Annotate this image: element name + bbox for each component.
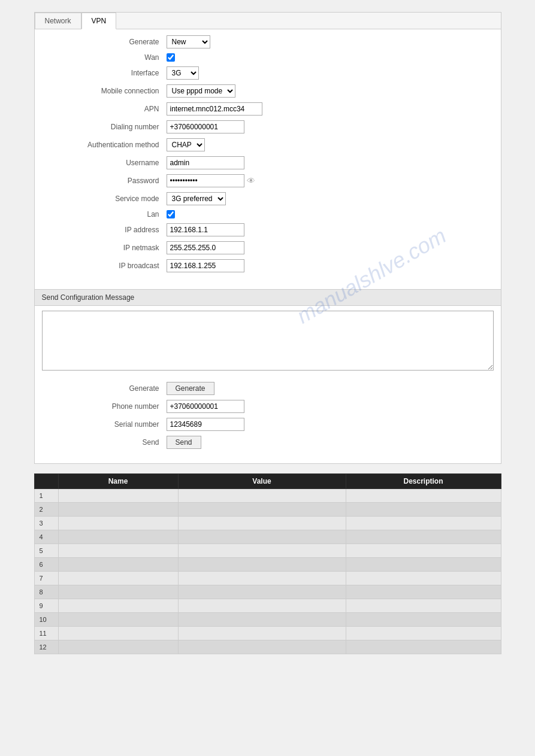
ip-netmask-input[interactable] — [167, 241, 244, 254]
table-header-1: Name — [58, 474, 178, 489]
generate-row: Generate New Existing — [47, 35, 489, 48]
password-control: 👁 — [167, 174, 255, 187]
message-area — [35, 306, 501, 377]
ip-netmask-control — [167, 241, 244, 254]
table-cell-3-0: 4 — [34, 530, 58, 544]
ip-netmask-row: IP netmask — [47, 241, 489, 254]
phone-number-row: Phone number — [47, 400, 489, 413]
table-cell-11-0: 12 — [34, 640, 58, 654]
table-row: 10 — [34, 613, 501, 627]
table-cell-1-3 — [346, 503, 501, 517]
table-cell-8-3 — [346, 599, 501, 613]
send-row: Send Send — [47, 436, 489, 449]
ip-address-control — [167, 223, 244, 236]
auth-method-select[interactable]: CHAP PAP None — [167, 138, 205, 151]
table-row: 12 — [34, 640, 501, 654]
table-cell-7-2 — [178, 585, 346, 599]
table-cell-3-3 — [346, 530, 501, 544]
table-header-2: Value — [178, 474, 346, 489]
ip-broadcast-input[interactable] — [167, 259, 244, 272]
mobile-connection-select[interactable]: Use pppd mode Direct IP — [167, 84, 235, 98]
service-mode-row: Service mode 3G preferred 4G preferred 3… — [47, 192, 489, 205]
username-input[interactable] — [167, 156, 244, 169]
table-cell-11-2 — [178, 640, 346, 654]
table-cell-9-2 — [178, 613, 346, 627]
dialing-number-label: Dialing number — [47, 123, 167, 131]
service-mode-select[interactable]: 3G preferred 4G preferred 3G only 4G onl… — [167, 192, 226, 205]
interface-label: Interface — [47, 69, 167, 77]
lan-checkbox[interactable] — [167, 210, 175, 218]
ip-address-input[interactable] — [167, 223, 244, 236]
data-table: Name Value Description 123456789101112 — [34, 473, 501, 654]
table-cell-10-2 — [178, 627, 346, 640]
dialing-number-row: Dialing number — [47, 120, 489, 133]
table-cell-7-0: 8 — [34, 585, 58, 599]
wan-checkbox[interactable] — [167, 53, 175, 62]
bottom-generate-label: Generate — [47, 384, 167, 393]
bottom-generate-control: Generate — [167, 382, 214, 395]
table-row: 3 — [34, 517, 501, 530]
auth-method-row: Authentication method CHAP PAP None — [47, 138, 489, 151]
table-cell-0-2 — [178, 489, 346, 503]
serial-number-input[interactable] — [167, 418, 244, 431]
interface-row: Interface 3G LTE WiFi — [47, 66, 489, 80]
table-cell-4-3 — [346, 544, 501, 558]
table-row: 6 — [34, 558, 501, 572]
table-cell-11-1 — [58, 640, 178, 654]
send-button[interactable]: Send — [167, 436, 201, 449]
password-row: Password 👁 — [47, 174, 489, 187]
table-cell-9-3 — [346, 613, 501, 627]
table-cell-8-0: 9 — [34, 599, 58, 613]
wan-label: Wan — [47, 53, 167, 62]
tab-vpn[interactable]: VPN — [81, 13, 117, 29]
table-cell-1-0: 2 — [34, 503, 58, 517]
bottom-generate-row: Generate Generate — [47, 382, 489, 395]
config-textarea[interactable] — [42, 311, 494, 371]
table-cell-0-3 — [346, 489, 501, 503]
table-cell-2-3 — [346, 517, 501, 530]
phone-number-label: Phone number — [47, 402, 167, 411]
table-cell-5-2 — [178, 558, 346, 572]
auth-method-label: Authentication method — [47, 141, 167, 149]
table-cell-1-1 — [58, 503, 178, 517]
ip-broadcast-label: IP broadcast — [47, 262, 167, 270]
serial-number-row: Serial number — [47, 418, 489, 431]
table-header-3: Description — [346, 474, 501, 489]
phone-number-input[interactable] — [167, 400, 244, 413]
table-cell-0-1 — [58, 489, 178, 503]
eye-icon[interactable]: 👁 — [247, 176, 255, 186]
table-cell-10-1 — [58, 627, 178, 640]
table-cell-10-3 — [346, 627, 501, 640]
password-input[interactable] — [167, 174, 244, 187]
tab-bar: Network VPN — [35, 13, 501, 29]
table-cell-4-1 — [58, 544, 178, 558]
password-label: Password — [47, 177, 167, 185]
apn-control — [167, 102, 262, 116]
ip-address-label: IP address — [47, 226, 167, 234]
table-row: 11 — [34, 627, 501, 640]
interface-select[interactable]: 3G LTE WiFi — [167, 66, 199, 80]
wan-row: Wan — [47, 53, 489, 62]
mobile-connection-control: Use pppd mode Direct IP — [167, 84, 235, 98]
dialing-number-control — [167, 120, 244, 133]
table-cell-1-2 — [178, 503, 346, 517]
dialing-number-input[interactable] — [167, 120, 244, 133]
apn-row: APN — [47, 102, 489, 116]
table-cell-10-0: 11 — [34, 627, 58, 640]
apn-input[interactable] — [167, 102, 262, 116]
phone-number-control — [167, 400, 244, 413]
send-config-section-header: Send Configuration Message — [35, 289, 501, 306]
tab-network[interactable]: Network — [35, 13, 81, 29]
generate-button[interactable]: Generate — [167, 382, 214, 395]
table-cell-2-2 — [178, 517, 346, 530]
serial-number-label: Serial number — [47, 420, 167, 429]
table-cell-11-3 — [346, 640, 501, 654]
bottom-section: Generate Generate Phone number Serial nu… — [35, 377, 501, 463]
username-row: Username — [47, 156, 489, 169]
table-cell-8-2 — [178, 599, 346, 613]
table-cell-2-0: 3 — [34, 517, 58, 530]
table-cell-7-3 — [346, 585, 501, 599]
service-mode-control: 3G preferred 4G preferred 3G only 4G onl… — [167, 192, 226, 205]
generate-select[interactable]: New Existing — [167, 35, 210, 48]
ip-address-row: IP address — [47, 223, 489, 236]
